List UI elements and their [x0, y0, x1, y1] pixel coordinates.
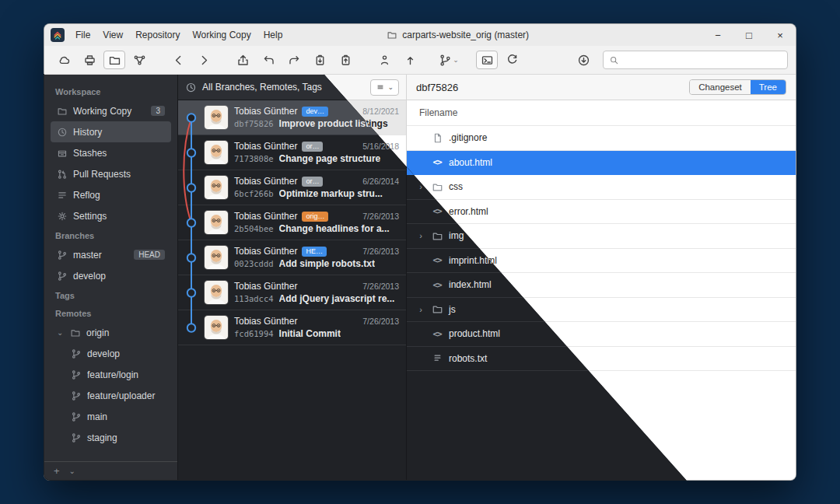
sidebar-header-tags: Tags [51, 286, 171, 304]
add-button[interactable]: + [54, 465, 60, 477]
sidebar-item-origin-develop[interactable]: develop [65, 343, 171, 364]
close-button[interactable]: × [765, 24, 796, 46]
terminal-button[interactable] [476, 51, 498, 69]
cloud-button[interactable] [52, 50, 75, 70]
commit-row[interactable]: Tobias Günther7/26/2013fcd61994Initial C… [178, 310, 406, 345]
commit-row[interactable]: Tobias Güntheror…5/16/20187173808eChange… [178, 135, 406, 170]
back-button[interactable] [166, 50, 190, 70]
commit-row[interactable]: Tobias GüntherHE…7/26/20130023cdddAdd si… [178, 240, 406, 275]
sidebar: Workspace Working Copy3 History Stashes … [44, 75, 178, 480]
commit-row[interactable]: Tobias Güntherorig…7/26/20132b504beeChan… [178, 205, 406, 240]
refresh-icon [506, 54, 519, 67]
file-row[interactable]: ›css [407, 175, 796, 200]
file-name: product.html [449, 328, 500, 339]
sidebar-header-workspace: Workspace [51, 82, 171, 100]
chevron-right-icon[interactable]: › [416, 305, 425, 314]
stash-apply-button[interactable] [334, 50, 357, 70]
merge-button[interactable] [257, 50, 280, 70]
file-lines-icon [430, 352, 444, 364]
file-row[interactable]: <>error.html [407, 200, 796, 225]
commit-hash: dbf75826 [234, 119, 274, 128]
minimize-button[interactable]: − [702, 24, 733, 46]
clipboard-up-icon [339, 54, 352, 67]
download-button[interactable] [572, 50, 595, 70]
file-row[interactable]: .gitignore [407, 126, 796, 151]
print-button[interactable] [78, 50, 101, 70]
branch-filter-label: All Branches, Remotes, Tags [202, 82, 322, 93]
push-button[interactable] [398, 50, 422, 70]
toolbar-right-group [572, 50, 788, 70]
sidebar-header-remotes: Remotes [51, 304, 171, 322]
changeset-button[interactable]: Changeset [690, 80, 751, 94]
folder-icon [57, 106, 68, 117]
chevron-right-icon[interactable]: › [416, 231, 425, 240]
commit-date: 7/26/2013 [362, 317, 399, 326]
sidebar-item-pull-requests[interactable]: Pull Requests [51, 163, 171, 184]
branch-badge: or… [302, 177, 323, 187]
stash-save-button[interactable] [308, 50, 331, 70]
folder-icon [430, 230, 444, 242]
search-box[interactable] [603, 51, 788, 69]
menu-bar: File View Repository Working Copy Help [75, 30, 282, 40]
branch-filter-dropdown[interactable]: ⌄ [370, 79, 399, 96]
file-name: img [449, 230, 464, 241]
chevron-down-icon[interactable]: ⌄ [57, 328, 65, 337]
app-logo-icon [51, 28, 65, 42]
sidebar-item-develop[interactable]: develop [51, 265, 171, 286]
commit-graph-button[interactable] [128, 50, 151, 70]
view-toggle: Changeset Tree [689, 79, 786, 95]
sidebar-item-staging[interactable]: staging [65, 427, 171, 448]
window-container: File View Repository Working Copy Help c… [44, 23, 796, 481]
branch-icon [57, 271, 68, 282]
menu-help[interactable]: Help [264, 30, 283, 40]
commit-hash: 113adcc4 [234, 294, 274, 303]
share-icon [236, 54, 250, 67]
menu-working-copy[interactable]: Working Copy [193, 30, 251, 40]
menu-repository[interactable]: Repository [135, 30, 180, 40]
sidebar-item-master[interactable]: masterHEAD [51, 244, 171, 265]
head-badge: HEAD [134, 250, 165, 260]
sidebar-item-feature-login[interactable]: feature/login [65, 364, 171, 385]
commit-button[interactable] [373, 50, 396, 70]
sidebar-item-history[interactable]: History [51, 121, 171, 142]
commit-hash-title: dbf75826 [416, 82, 458, 93]
commit-row[interactable]: Tobias Günther7/26/2013113adcc4Add jQuer… [178, 275, 406, 310]
search-input[interactable] [624, 54, 782, 65]
sidebar-item-origin[interactable]: ⌄origin [51, 322, 171, 343]
rebase-button[interactable] [282, 50, 306, 70]
chevron-down-icon[interactable]: ⌄ [69, 467, 75, 475]
sidebar-item-reflog[interactable]: Reflog [51, 184, 171, 205]
forward-button[interactable] [192, 50, 215, 70]
sidebar-scroll: Workspace Working Copy3 History Stashes … [44, 75, 177, 461]
avatar [205, 316, 228, 339]
code-icon: <> [430, 329, 444, 339]
file-name: robots.txt [449, 353, 487, 364]
window-controls: − □ × [702, 24, 796, 46]
repository-button[interactable] [103, 51, 125, 69]
sidebar-item-feature-uploader[interactable]: feature/uploader [65, 385, 171, 406]
sidebar-item-settings[interactable]: Settings [51, 205, 171, 226]
commit-author: Tobias Günther [234, 176, 297, 187]
maximize-button[interactable]: □ [733, 24, 765, 46]
commit-message: Initial Commit [279, 328, 341, 339]
commit-hash: 6bcf266b [234, 189, 274, 198]
avatar [205, 141, 228, 164]
menu-view[interactable]: View [103, 30, 123, 40]
commit-list: Tobias Güntherdev…8/12/2021dbf75826Impro… [178, 100, 406, 480]
file-name: error.html [449, 206, 488, 217]
tree-button[interactable]: Tree [751, 80, 786, 94]
commit-graph-icon [133, 54, 146, 67]
menu-file[interactable]: File [75, 30, 90, 40]
commit-author: Tobias Günther [234, 246, 297, 257]
sidebar-item-main[interactable]: main [65, 406, 171, 427]
avatar [205, 106, 228, 129]
commit-author: Tobias Günther [234, 316, 297, 327]
branch-menu-button[interactable]: ⌄ [437, 50, 460, 70]
file-row[interactable]: <>about.html [407, 151, 796, 176]
commit-row[interactable]: Tobias Güntheror…6/26/20146bcf266bOptimi… [178, 170, 406, 205]
sidebar-item-working-copy[interactable]: Working Copy3 [51, 100, 171, 121]
sidebar-item-stashes[interactable]: Stashes [51, 142, 171, 163]
refresh-button[interactable] [500, 50, 523, 70]
share-button[interactable] [231, 50, 254, 70]
commit-date: 7/26/2013 [362, 212, 399, 221]
